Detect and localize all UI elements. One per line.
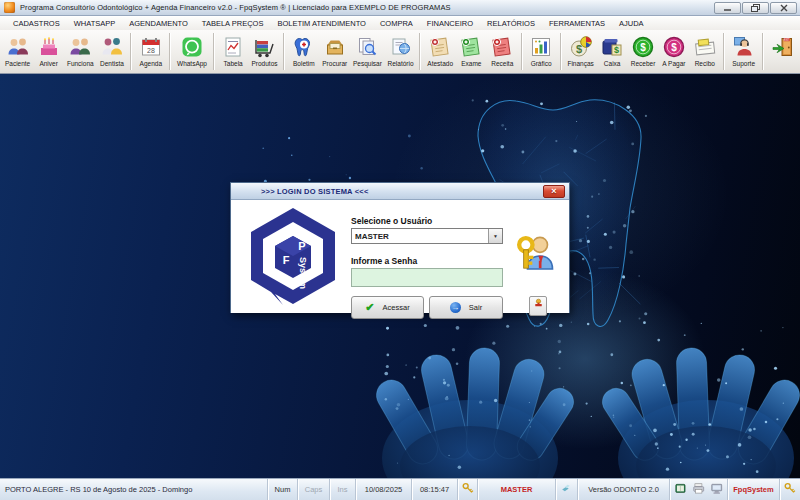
svg-text:28: 28 (147, 46, 155, 53)
menu-item-whatsapp[interactable]: WHATSAPP (67, 18, 123, 29)
toolbar-label: Atestado (427, 60, 453, 67)
toolbar-separator (419, 33, 421, 70)
toolbar-button-receber[interactable]: $Receber (628, 31, 659, 72)
toolbar-separator (169, 33, 171, 70)
svg-text:$: $ (671, 42, 677, 53)
window-title: Programa Consultório Odontológico + Agen… (20, 3, 451, 12)
toolbar-separator (283, 33, 285, 70)
note-tan-icon (428, 34, 453, 59)
toolbar-label: Caixa (604, 60, 621, 67)
patients-icon (5, 34, 30, 59)
application-window: Programa Consultório Odontológico + Agen… (0, 0, 800, 500)
exit-door-icon: EXIT (770, 34, 795, 59)
toolbar-button-atestado[interactable]: Atestado (424, 31, 456, 72)
chevron-down-icon[interactable]: ▼ (488, 229, 502, 243)
lamp-icon (556, 479, 578, 500)
toolbar-button-caixa[interactable]: $Caixa (597, 31, 628, 72)
toolbar-button-produtos[interactable]: Produtos (249, 31, 281, 72)
toolbar-button-tabela[interactable]: Tabela (218, 31, 249, 72)
toolbar-label: Suporte (732, 60, 755, 67)
toolbar-label: Recibo (695, 60, 715, 67)
toolbar-label: Funciona (67, 60, 94, 67)
menu-item-tabela-pre-os[interactable]: TABELA PREÇOS (195, 18, 271, 29)
toolbar-button-funciona[interactable]: Funciona (64, 31, 96, 72)
toolbar-label: Agenda (140, 60, 162, 67)
toolbar-button-aniver[interactable]: Aniver (33, 31, 64, 72)
svg-text:F: F (283, 254, 290, 266)
svg-text:System: System (298, 257, 308, 289)
monitor-icon[interactable] (710, 482, 724, 498)
toolbar-button-finan-as[interactable]: $Finanças (565, 31, 597, 72)
svg-text:$: $ (614, 45, 619, 55)
toolbar-separator (762, 33, 764, 70)
drawer-search-icon (322, 34, 347, 59)
toolbar-button-receita[interactable]: Receita (487, 31, 518, 72)
toolbar-separator (723, 33, 725, 70)
menu-bar: CADASTROSWHATSAPPAGENDAMENTOTABELA PREÇO… (0, 17, 800, 30)
toolbar-button-whatsapp[interactable]: WhatsApp (174, 31, 209, 72)
toolbar-button-dentista[interactable]: Dentista (97, 31, 128, 72)
coin-green-icon: $ (631, 34, 656, 59)
menu-item-ferramentas[interactable]: FERRAMENTAS (542, 18, 612, 29)
receipt-icon (692, 34, 717, 59)
svg-text:$: $ (640, 42, 646, 53)
toolbar-label: Pesquisar (353, 60, 382, 67)
status-version: Versão ODONTO 2.0 (578, 479, 670, 500)
svg-text:P: P (298, 240, 305, 252)
toolbar-button-paciente[interactable]: Paciente (2, 31, 33, 72)
minimize-button[interactable] (714, 2, 741, 14)
toolbar-button-recibo[interactable]: Recibo (689, 31, 720, 72)
birthday-icon (36, 34, 61, 59)
password-label: Informe a Senha (351, 256, 417, 266)
user-select-combobox[interactable]: MASTER ▼ (351, 228, 503, 244)
exit-button[interactable]: → Sair (429, 296, 503, 319)
toolbar-label: Exame (461, 60, 481, 67)
password-input[interactable] (351, 268, 503, 287)
dentist-icon (99, 34, 124, 59)
menu-item-ajuda[interactable]: AJUDA (612, 18, 651, 29)
printer-icon[interactable] (692, 482, 706, 498)
toolbar-button-gr-fico[interactable]: Gráfico (526, 31, 557, 72)
menu-item-compra[interactable]: COMPRA (373, 18, 420, 29)
note-red-icon (490, 34, 515, 59)
menu-item-boletim-atendimento[interactable]: BOLETIM ATENDIMENTO (270, 18, 372, 29)
finance-icon: $ (568, 34, 593, 59)
toolbar-button-boletim[interactable]: Boletim (288, 31, 319, 72)
menu-item-agendamento[interactable]: AGENDAMENTO (122, 18, 195, 29)
menu-item-financeiro[interactable]: FINANCEIRO (420, 18, 480, 29)
user-select-value: MASTER (352, 232, 488, 241)
book-icon[interactable] (674, 482, 688, 498)
tooth-bulletin-icon (291, 34, 316, 59)
toolbar-label: Procurar (322, 60, 347, 67)
toolbar-button-suporte[interactable]: Suporte (728, 31, 759, 72)
change-password-button[interactable] (529, 296, 547, 316)
toolbar-button-exame[interactable]: Exame (456, 31, 487, 72)
toolbar-button-procurar[interactable]: Procurar (319, 31, 350, 72)
toolbar-label: Finanças (567, 60, 593, 67)
login-dialog-titlebar[interactable]: >>> LOGIN DO SISTEMA <<< × (231, 183, 569, 200)
toolbar-button-pesquisar[interactable]: Pesquisar (350, 31, 384, 72)
restore-button[interactable] (742, 2, 769, 14)
toolbar: PacienteAniverFuncionaDentista28AgendaWh… (0, 30, 800, 74)
close-button[interactable] (770, 2, 797, 14)
login-dialog-title: >>> LOGIN DO SISTEMA <<< (261, 187, 368, 196)
menu-item-relat-rios[interactable]: RELATÓRIOS (480, 18, 542, 29)
status-tools (670, 479, 728, 500)
staff-icon (68, 34, 93, 59)
key-user-icon (514, 234, 556, 278)
toolbar-label: Relatório (388, 60, 414, 67)
title-bar: Programa Consultório Odontológico + Agen… (0, 0, 800, 16)
toolbar-separator (213, 33, 215, 70)
toolbar-label: Receber (631, 60, 656, 67)
access-button[interactable]: ✔ Acessar (351, 296, 424, 319)
toolbar-button-agenda[interactable]: 28Agenda (135, 31, 166, 72)
report-icon (388, 34, 413, 59)
menu-item-cadastros[interactable]: CADASTROS (6, 18, 67, 29)
login-close-button[interactable]: × (543, 185, 565, 198)
status-date: 10/08/2025 (356, 479, 412, 500)
toolbar-button-a-pagar[interactable]: $A Pagar (658, 31, 689, 72)
status-location: PORTO ALEGRE - RS 10 de Agosto de 2025 -… (0, 479, 268, 500)
note-green-icon (459, 34, 484, 59)
toolbar-button-exit-door-icon[interactable]: EXIT (767, 31, 798, 72)
toolbar-button-relat-rio[interactable]: Relatório (385, 31, 417, 72)
